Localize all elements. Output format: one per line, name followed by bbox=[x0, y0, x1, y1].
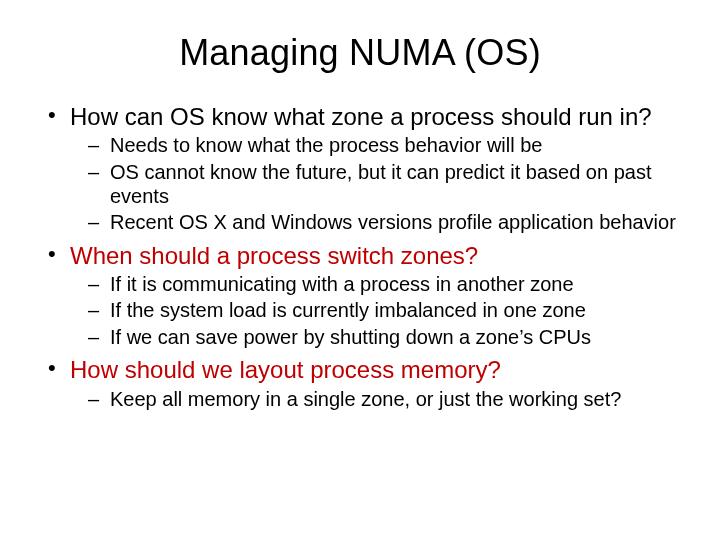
sub-item: If the system load is currently imbalanc… bbox=[70, 298, 680, 322]
sub-item: Recent OS X and Windows versions profile… bbox=[70, 210, 680, 234]
bullet-item: How can OS know what zone a process shou… bbox=[40, 102, 680, 235]
sub-item-text: OS cannot know the future, but it can pr… bbox=[110, 161, 651, 207]
bullet-question: How can OS know what zone a process shou… bbox=[70, 103, 652, 130]
bullet-item: When should a process switch zones? If i… bbox=[40, 241, 680, 349]
slide-title: Managing NUMA (OS) bbox=[40, 32, 680, 74]
sub-item-text: Recent OS X and Windows versions profile… bbox=[110, 211, 676, 233]
sub-list: If it is communicating with a process in… bbox=[70, 272, 680, 349]
sub-item: If we can save power by shutting down a … bbox=[70, 325, 680, 349]
bullet-question: When should a process switch zones? bbox=[70, 242, 478, 269]
sub-item: Needs to know what the process behavior … bbox=[70, 133, 680, 157]
sub-item-text: If it is communicating with a process in… bbox=[110, 273, 574, 295]
sub-item-text: Keep all memory in a single zone, or jus… bbox=[110, 388, 621, 410]
sub-item: If it is communicating with a process in… bbox=[70, 272, 680, 296]
sub-item: Keep all memory in a single zone, or jus… bbox=[70, 387, 680, 411]
sub-item-text: If the system load is currently imbalanc… bbox=[110, 299, 586, 321]
slide: Managing NUMA (OS) How can OS know what … bbox=[0, 0, 720, 540]
content-list: How can OS know what zone a process shou… bbox=[40, 102, 680, 411]
bullet-question: How should we layout process memory? bbox=[70, 356, 501, 383]
sub-item-text: Needs to know what the process behavior … bbox=[110, 134, 542, 156]
sub-item-text: If we can save power by shutting down a … bbox=[110, 326, 591, 348]
sub-item: OS cannot know the future, but it can pr… bbox=[70, 160, 680, 209]
sub-list: Keep all memory in a single zone, or jus… bbox=[70, 387, 680, 411]
sub-list: Needs to know what the process behavior … bbox=[70, 133, 680, 235]
bullet-item: How should we layout process memory? Kee… bbox=[40, 355, 680, 411]
